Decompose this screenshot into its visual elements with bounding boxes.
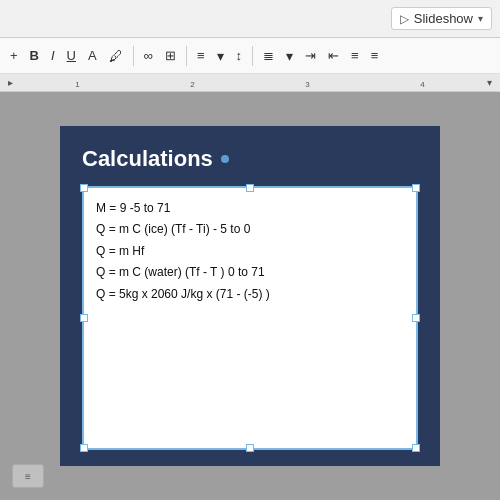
- link-button[interactable]: ∞: [140, 46, 157, 65]
- align-button[interactable]: ≡: [193, 46, 209, 65]
- more-button[interactable]: ≡: [347, 46, 363, 65]
- separator-2: [186, 46, 187, 66]
- ruler-marker-3: 3: [305, 80, 309, 89]
- text-line-1: M = 9 -5 to 71: [96, 198, 404, 218]
- slideshow-label: Slideshow: [414, 11, 473, 26]
- handle-bottom-right[interactable]: [412, 444, 420, 452]
- handle-middle-left[interactable]: [80, 314, 88, 322]
- slide[interactable]: Calculations M = 9 -5 to 71 Q = m C (ice…: [60, 126, 440, 466]
- bottom-toolbar-icon[interactable]: ≡: [12, 464, 44, 488]
- italic-button[interactable]: I: [47, 46, 59, 65]
- slideshow-icon: ▷: [400, 12, 409, 26]
- line-spacing-button[interactable]: ↕: [232, 46, 247, 65]
- color-picker-icon[interactable]: 🖊: [105, 46, 127, 66]
- handle-middle-right[interactable]: [412, 314, 420, 322]
- handle-top-left[interactable]: [80, 184, 88, 192]
- handle-top-right[interactable]: [412, 184, 420, 192]
- ruler-marker-2: 2: [190, 80, 194, 89]
- title-dot-icon: [221, 155, 229, 163]
- handle-top-middle[interactable]: [246, 184, 254, 192]
- underline-button[interactable]: U: [63, 46, 80, 65]
- text-line-3: Q = m Hf: [96, 241, 404, 261]
- top-bar: ▷ Slideshow ▾: [0, 0, 500, 38]
- title-text: Calculations: [82, 146, 213, 172]
- text-box[interactable]: M = 9 -5 to 71 Q = m C (ice) (Tf - Ti) -…: [82, 186, 418, 450]
- bold-button[interactable]: B: [26, 46, 43, 65]
- indent-button[interactable]: ⇥: [301, 46, 320, 65]
- outdent-button[interactable]: ⇤: [324, 46, 343, 65]
- ruler-ticks: 1 2 3 4: [0, 80, 500, 89]
- more-button-2[interactable]: ≡: [367, 46, 383, 65]
- ruler: ▸ 1 2 3 4 ▾: [0, 74, 500, 92]
- ruler-marker-4: 4: [420, 80, 424, 89]
- ruler-right-arrow-icon: ▾: [487, 77, 492, 88]
- slideshow-button[interactable]: ▷ Slideshow ▾: [391, 7, 492, 30]
- plus-button[interactable]: +: [6, 46, 22, 65]
- slide-title: Calculations: [82, 146, 418, 172]
- font-color-button[interactable]: A: [84, 46, 101, 65]
- bullets-button[interactable]: ≣: [259, 46, 278, 65]
- dropdown-arrow-icon: ▾: [478, 13, 483, 24]
- table-button[interactable]: ⊞: [161, 46, 180, 65]
- formatting-toolbar: + B I U A 🖊 ∞ ⊞ ≡ ▾ ↕ ≣ ▾ ⇥ ⇤ ≡ ≡: [0, 38, 500, 74]
- slide-area: Calculations M = 9 -5 to 71 Q = m C (ice…: [0, 92, 500, 500]
- ruler-marker-1: 1: [75, 80, 79, 89]
- separator-3: [252, 46, 253, 66]
- align-dropdown-icon[interactable]: ▾: [213, 46, 228, 66]
- bullets-dropdown-icon[interactable]: ▾: [282, 46, 297, 66]
- text-line-2: Q = m C (ice) (Tf - Ti) - 5 to 0: [96, 219, 404, 239]
- handle-bottom-middle[interactable]: [246, 444, 254, 452]
- separator-1: [133, 46, 134, 66]
- bottom-icon-glyph: ≡: [25, 471, 31, 482]
- handle-bottom-left[interactable]: [80, 444, 88, 452]
- ruler-left-arrow-icon: ▸: [8, 77, 13, 88]
- text-line-4: Q = m C (water) (Tf - T ) 0 to 71: [96, 262, 404, 282]
- text-line-5: Q = 5kg x 2060 J/kg x (71 - (-5) ): [96, 284, 404, 304]
